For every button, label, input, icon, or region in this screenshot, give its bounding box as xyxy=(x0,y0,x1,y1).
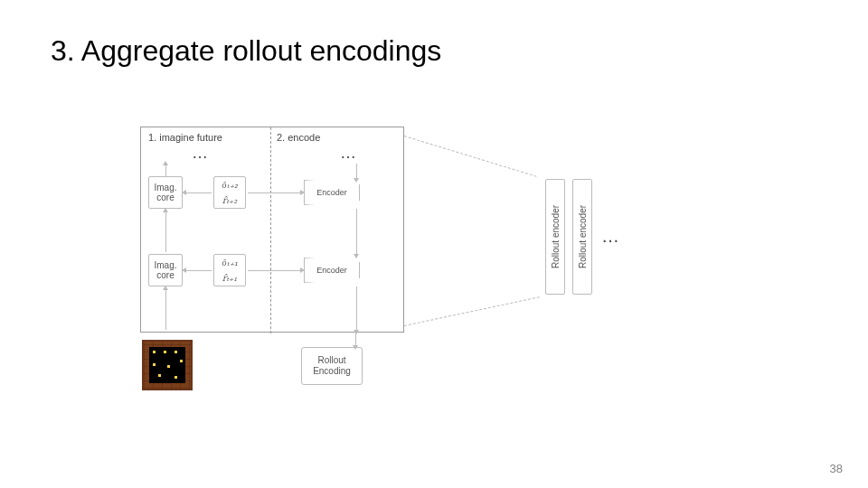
label-encode: 2. encode xyxy=(277,132,320,143)
imagination-core-node: Imag. core xyxy=(148,254,183,286)
symbol-r-hat: r̂ₜ₊₁ xyxy=(222,273,238,283)
page-number: 38 xyxy=(830,462,843,475)
symbol-o-hat: ôₜ₊₂ xyxy=(222,180,238,190)
column-divider xyxy=(270,127,271,333)
rollout-frame: 1. imagine future 2. encode … … Imag. co… xyxy=(140,127,404,333)
encoder-node: Encoder xyxy=(304,258,360,283)
symbol-o-hat: ôₜ₊₁ xyxy=(222,258,238,267)
arrow xyxy=(248,270,300,271)
arrow xyxy=(165,212,166,252)
imagination-core-node: Imag. core xyxy=(148,176,183,209)
ellipsis-icon: … xyxy=(192,144,212,163)
arrow xyxy=(355,333,356,345)
rollout-encoder-node: Rollout encoder xyxy=(545,179,565,295)
rollout-encoder-node: Rollout encoder xyxy=(572,179,592,295)
label-imagine-future: 1. imagine future xyxy=(148,132,222,143)
arrow xyxy=(248,192,300,193)
ellipsis-icon: … xyxy=(340,144,360,163)
state-node-t2: ôₜ₊₂ r̂ₜ₊₂ xyxy=(213,176,246,209)
arrow xyxy=(165,165,166,176)
arrow xyxy=(165,290,166,330)
encoder-node: Encoder xyxy=(304,180,360,205)
arrow xyxy=(356,164,357,178)
slide-title: 3. Aggregate rollout encodings xyxy=(51,34,441,68)
symbol-r-hat: r̂ₜ₊₂ xyxy=(222,195,238,205)
rollout-encoding-node: Rollout Encoding xyxy=(301,347,363,385)
dashed-connector xyxy=(404,136,537,177)
arrow xyxy=(186,270,212,271)
dashed-connector xyxy=(404,296,540,326)
state-node-t1: ôₜ₊₁ r̂ₜ₊₁ xyxy=(213,254,246,286)
ellipsis-icon: … xyxy=(601,226,623,247)
architecture-diagram: 1. imagine future 2. encode … … Imag. co… xyxy=(140,127,728,398)
arrow xyxy=(356,286,357,330)
arrow xyxy=(186,192,212,193)
arrow xyxy=(356,209,357,254)
observation-tile xyxy=(142,340,193,390)
